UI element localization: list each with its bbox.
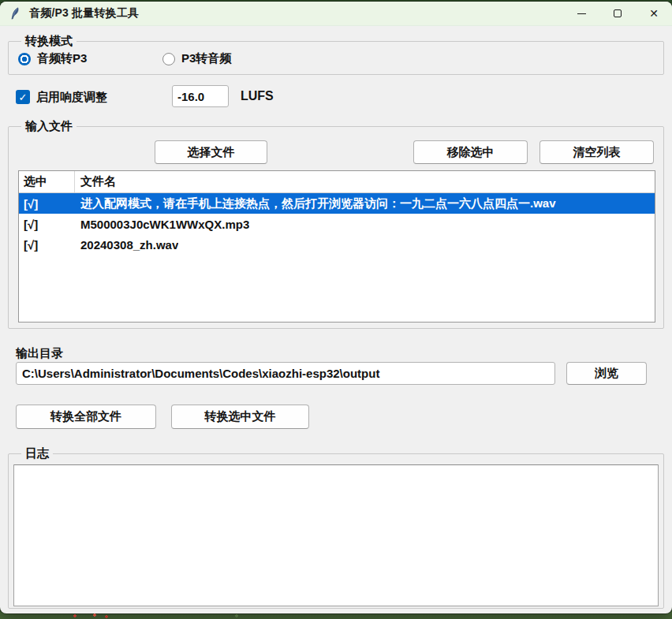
- log-group-label: 日志: [21, 446, 53, 461]
- maximize-button[interactable]: [599, 2, 636, 26]
- loudness-checkbox-label: 启用响度调整: [36, 90, 107, 105]
- table-row[interactable]: [√]20240308_zh.wav: [19, 234, 655, 255]
- input-group-label: 输入文件: [21, 119, 77, 134]
- file-table-header: 选中 文件名: [19, 171, 655, 193]
- file-table-body: [√]进入配网模式，请在手机上连接热点，然后打开浏览器访问：一九二点一六八点四点…: [19, 193, 655, 255]
- row-checked-mark: [√]: [19, 218, 75, 231]
- close-icon: ✕: [649, 8, 659, 19]
- radio-icon: [162, 53, 175, 65]
- minimize-button[interactable]: [563, 2, 599, 26]
- window-title: 音频/P3 批量转换工具: [29, 6, 139, 21]
- table-row[interactable]: [√]M500003J0cWK1WWxQX.mp3: [19, 214, 655, 234]
- lufs-value-input[interactable]: [172, 85, 229, 107]
- remove-selected-button[interactable]: 移除选中: [413, 140, 528, 164]
- radio-audio-to-p3[interactable]: 音频转P3: [18, 51, 87, 66]
- titlebar[interactable]: 音频/P3 批量转换工具 ✕: [0, 2, 672, 26]
- lufs-unit-label: LUFS: [241, 89, 274, 103]
- convert-all-button[interactable]: 转换全部文件: [16, 405, 156, 429]
- maximize-icon: [614, 9, 622, 17]
- close-button[interactable]: ✕: [636, 2, 672, 26]
- header-checked-column: 选中: [19, 171, 75, 192]
- radio-p3-to-audio[interactable]: P3转音频: [162, 51, 231, 66]
- row-filename: 进入配网模式，请在手机上连接热点，然后打开浏览器访问：一九二点一六八点四点一.w…: [75, 196, 556, 211]
- log-groupbox: 日志: [8, 453, 664, 609]
- radio-label: P3转音频: [181, 51, 231, 66]
- row-filename: 20240308_zh.wav: [75, 238, 178, 252]
- radio-label: 音频转P3: [37, 51, 87, 66]
- app-window: 音频/P3 批量转换工具 ✕ 转换模式 音频转P3 P3转音频 ✓ 启用响度调整…: [0, 2, 672, 613]
- loudness-checkbox[interactable]: ✓: [16, 90, 30, 104]
- row-filename: M500003J0cWK1WWxQX.mp3: [75, 218, 249, 231]
- check-icon: ✓: [19, 91, 28, 103]
- row-checked-mark: [√]: [19, 238, 75, 252]
- log-textarea[interactable]: [13, 464, 659, 606]
- select-files-button[interactable]: 选择文件: [155, 140, 267, 164]
- minimize-icon: [577, 13, 586, 14]
- row-checked-mark: [√]: [19, 197, 75, 211]
- table-row[interactable]: [√]进入配网模式，请在手机上连接热点，然后打开浏览器访问：一九二点一六八点四点…: [19, 193, 655, 214]
- convert-selected-button[interactable]: 转换选中文件: [171, 405, 309, 429]
- output-dir-label: 输出目录: [16, 346, 63, 361]
- input-files-groupbox: 输入文件 选择文件 移除选中 清空列表 选中 文件名 [√]进入配网模式，请在手…: [8, 126, 664, 329]
- clear-list-button[interactable]: 清空列表: [539, 140, 654, 164]
- radio-icon: [18, 53, 31, 65]
- file-table[interactable]: 选中 文件名 [√]进入配网模式，请在手机上连接热点，然后打开浏览器访问：一九二…: [18, 170, 655, 323]
- browse-button[interactable]: 浏览: [566, 362, 647, 385]
- mode-group-label: 转换模式: [21, 34, 77, 49]
- mode-groupbox: 转换模式 音频转P3 P3转音频: [8, 41, 664, 75]
- header-filename-column: 文件名: [75, 174, 116, 189]
- output-path-input[interactable]: [16, 362, 555, 385]
- app-feather-icon: [9, 7, 22, 20]
